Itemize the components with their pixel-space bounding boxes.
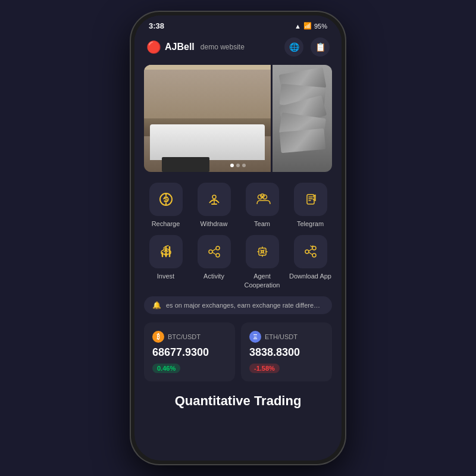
money-scene xyxy=(273,65,332,172)
team-icon-wrap xyxy=(246,183,279,216)
banner-container: AJBell xyxy=(144,65,332,172)
banner-section: AJBell xyxy=(134,61,342,178)
withdraw-icon-wrap xyxy=(198,183,231,216)
download-app-icon-wrap xyxy=(294,235,327,268)
status-bar: 3:38 ▲ 📶 95% xyxy=(134,15,342,33)
action-team[interactable]: Team xyxy=(240,183,284,228)
btc-change: 0.46% xyxy=(152,364,180,373)
banner-dots xyxy=(230,164,246,167)
eth-pair: ETH/USDT xyxy=(265,333,298,340)
svg-point-12 xyxy=(305,250,309,253)
floor-mat xyxy=(162,157,209,172)
dot-2 xyxy=(236,164,240,167)
action-agent-cooperation[interactable]: Agent Cooperation xyxy=(240,235,284,289)
svg-point-8 xyxy=(216,246,220,250)
bell-icon: 🔔 xyxy=(152,301,161,309)
action-withdraw[interactable]: Withdraw xyxy=(192,183,236,228)
status-time: 3:38 xyxy=(149,21,164,30)
telegram-label: Telegram xyxy=(297,220,324,228)
eth-icon: Ξ xyxy=(249,331,261,343)
logo-icon: 🔴 xyxy=(146,40,161,54)
actions-grid: $ Recharge xyxy=(134,178,342,294)
activity-label: Activity xyxy=(203,272,224,280)
action-recharge[interactable]: $ Recharge xyxy=(144,183,187,228)
scan-button[interactable]: 📋 xyxy=(311,37,330,57)
svg-rect-10 xyxy=(259,248,266,255)
status-icons: ▲ 📶 95% xyxy=(295,22,327,30)
svg-point-7 xyxy=(209,250,212,253)
action-invest[interactable]: Invest xyxy=(144,235,187,289)
svg-point-14 xyxy=(312,253,316,257)
btc-price: 68677.9300 xyxy=(152,346,227,359)
invest-label: Invest xyxy=(157,272,174,280)
notification-text: es on major exchanges, earn exchange rat… xyxy=(166,302,324,309)
main-scroll[interactable]: AJBell xyxy=(134,61,342,461)
notification-bar: 🔔 es on major exchanges, earn exchange r… xyxy=(144,296,332,314)
agent-cooperation-label: Agent Cooperation xyxy=(240,272,284,289)
withdraw-label: Withdraw xyxy=(201,220,228,228)
svg-text:$: $ xyxy=(164,195,168,204)
signal-icon: 📶 xyxy=(303,22,312,30)
eth-price: 3838.8300 xyxy=(249,346,324,359)
action-telegram[interactable]: Telegram xyxy=(289,183,332,228)
office-counter xyxy=(150,124,265,160)
eth-change: -1.58% xyxy=(249,364,280,373)
money-bill-5 xyxy=(279,129,325,153)
banner-side-image xyxy=(273,65,332,172)
activity-icon-wrap xyxy=(198,235,231,268)
agent-cooperation-icon-wrap xyxy=(246,235,279,268)
btc-card[interactable]: ₿ BTC/USDT 68677.9300 0.46% xyxy=(144,322,235,381)
btc-header: ₿ BTC/USDT xyxy=(152,331,227,343)
recharge-label: Recharge xyxy=(152,220,180,228)
dot-3 xyxy=(242,164,246,167)
download-app-label: Download App xyxy=(289,272,331,280)
svg-point-2 xyxy=(212,195,216,199)
logo-area: 🔴 AJBell demo website xyxy=(146,40,245,54)
svg-point-9 xyxy=(216,253,220,257)
phone-screen: 3:38 ▲ 📶 95% 🔴 AJBell demo website 🌐 📋 xyxy=(134,15,342,461)
recharge-icon-wrap: $ xyxy=(149,183,183,216)
phone-frame: 3:38 ▲ 📶 95% 🔴 AJBell demo website 🌐 📋 xyxy=(131,12,345,464)
banner-main-image: AJBell xyxy=(144,65,271,172)
wifi-icon: ▲ xyxy=(295,23,301,30)
svg-point-13 xyxy=(312,246,316,250)
action-download-app[interactable]: Download App xyxy=(289,235,332,289)
invest-icon-wrap xyxy=(149,235,183,268)
globe-button[interactable]: 🌐 xyxy=(284,37,303,57)
app-header: 🔴 AJBell demo website 🌐 📋 xyxy=(134,33,342,61)
demo-label: demo website xyxy=(201,43,245,51)
quantitative-title: Quantitative Trading xyxy=(134,387,342,418)
action-activity[interactable]: Activity xyxy=(192,235,236,289)
team-label: Team xyxy=(254,220,270,228)
dot-1 xyxy=(230,164,234,167)
crypto-section: ₿ BTC/USDT 68677.9300 0.46% Ξ ETH/USDT 3… xyxy=(134,317,342,387)
btc-icon: ₿ xyxy=(152,331,164,343)
btc-pair: BTC/USDT xyxy=(168,333,201,340)
eth-header: Ξ ETH/USDT xyxy=(249,331,324,343)
eth-card[interactable]: Ξ ETH/USDT 3838.8300 -1.58% xyxy=(241,322,332,381)
brand-name: AJBell xyxy=(165,42,195,52)
office-scene: AJBell xyxy=(144,65,271,172)
battery-icon: 95% xyxy=(314,23,327,30)
header-action-icons: 🌐 📋 xyxy=(284,37,330,57)
telegram-icon-wrap xyxy=(294,183,327,216)
